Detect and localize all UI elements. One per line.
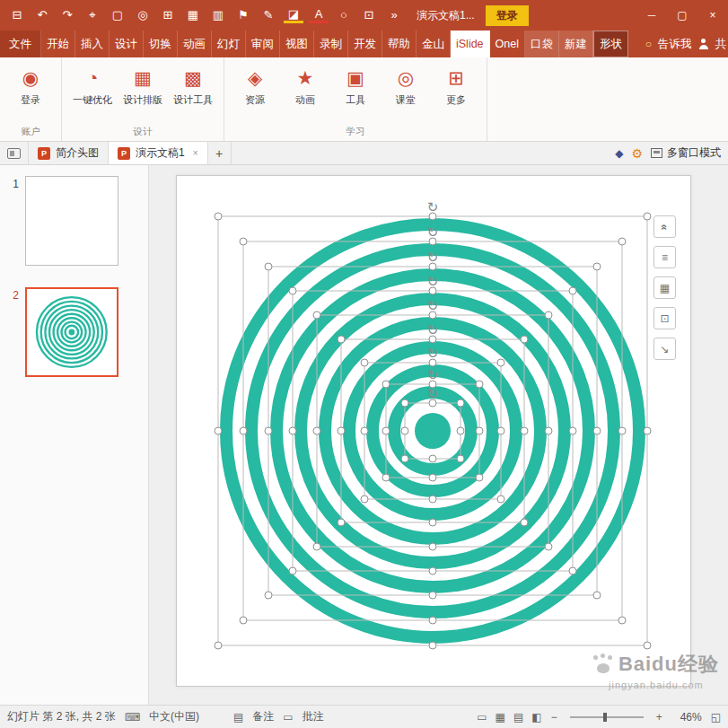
document-tab-1[interactable]: P简介头图 (29, 142, 109, 164)
design-layout-button[interactable]: ▦设计排版 (118, 62, 168, 107)
slide-sorter-icon[interactable]: ▦ (183, 7, 203, 23)
slide-surface[interactable]: ↻↻↻↻↻↻↻↻↻ (176, 175, 691, 687)
smart-align-icon: ≡ (662, 251, 668, 264)
zoom-level[interactable]: 46% (671, 711, 702, 724)
tools-button[interactable]: ▣工具 (330, 62, 381, 107)
new-slide-icon[interactable]: ▢ (108, 7, 127, 23)
zoom-in-button[interactable]: + (656, 711, 662, 724)
touch-pointer-icon[interactable]: ⌖ (83, 7, 102, 23)
chart-icon[interactable]: ▥ (208, 7, 228, 23)
ribbon-group-items: ◈资源★动画▣工具◎课堂⊞更多 (230, 62, 481, 124)
menu-tab-islide[interactable]: iSlide (451, 31, 490, 57)
ribbon-tabs: 文件开始插入设计切换动画幻灯审阅视图录制开发帮助金山iSlideOnel口袋新建… (0, 31, 628, 57)
login-button[interactable]: ◉登录 (5, 62, 56, 107)
design-tools-icon: ▩ (184, 66, 202, 90)
svg-text:↻: ↻ (427, 274, 439, 290)
ribbon-groups: ◉登录账户◔一键优化▦设计排版▩设计工具设计◈资源★动画▣工具◎课堂⊞更多学习 (0, 57, 487, 141)
menu-tab-review[interactable]: 审阅 (246, 31, 280, 57)
editing-canvas[interactable]: ↻↻↻↻↻↻↻↻↻ «≡▦⊡↘ Baidu经验 jingyan.baidu.co… (149, 165, 728, 705)
slide-thumbnail-1[interactable] (25, 176, 118, 266)
maximize-button[interactable]: ▢ (667, 0, 697, 31)
redo-icon[interactable]: ↷ (57, 7, 77, 23)
slideshow-button[interactable]: ◧ (531, 711, 541, 724)
circle-shape-icon[interactable]: ○ (334, 7, 354, 23)
more-button[interactable]: ⊞更多 (431, 62, 481, 107)
reading-view-button[interactable]: ▤ (513, 711, 523, 724)
fit-to-window-button[interactable]: ◱ (711, 711, 721, 724)
multi-window-mode-button[interactable]: 多窗口模式 (651, 145, 721, 161)
menu-tab-transitions[interactable]: 切换 (144, 31, 178, 57)
menu-tab-home[interactable]: 开始 (41, 31, 75, 57)
collapse-panel-button[interactable]: « (653, 215, 676, 238)
more-commands-icon[interactable]: » (384, 7, 404, 23)
menu-tab-developer[interactable]: 开发 (348, 31, 382, 57)
undo-icon[interactable]: ↶ (32, 7, 52, 23)
close-tab-icon[interactable]: × (193, 148, 198, 158)
zoom-slider-thumb[interactable] (603, 713, 607, 722)
animation-button[interactable]: ★动画 (280, 62, 330, 107)
close-button[interactable]: × (697, 0, 728, 31)
ribbon-group: ◔一键优化▦设计排版▩设计工具设计 (62, 57, 224, 141)
menu-tab-help[interactable]: 帮助 (382, 31, 417, 57)
zoom-slider[interactable] (570, 716, 644, 718)
design-tools-button[interactable]: ▩设计工具 (168, 62, 218, 107)
workspace-switcher[interactable] (0, 142, 29, 164)
ribbon-group-label: 设计 (67, 124, 218, 139)
menu-tab-jinshan[interactable]: 金山 (417, 31, 451, 57)
menu-tab-onenote[interactable]: Onel (490, 31, 525, 57)
insert-frame-icon[interactable]: ⊡ (359, 7, 379, 23)
ribbon-button-label: 登录 (21, 93, 40, 107)
ribbon-group-items: ◉登录 (5, 62, 56, 124)
print-preview-icon[interactable]: ◎ (133, 7, 153, 23)
animation-icon: ★ (297, 66, 314, 90)
resize-button[interactable]: ↘ (653, 338, 676, 360)
resources-button[interactable]: ◈资源 (230, 62, 280, 107)
language-status[interactable]: 中文(中国) (149, 709, 199, 724)
minimize-button[interactable]: ─ (636, 0, 667, 31)
menu-tab-view[interactable]: 视图 (280, 31, 314, 57)
ribbon-group: ◈资源★动画▣工具◎课堂⊞更多学习 (224, 57, 487, 141)
comments-button[interactable]: 批注 (303, 709, 324, 724)
zoom-out-button[interactable]: − (551, 711, 557, 724)
normal-view-button[interactable]: ▭ (477, 711, 487, 724)
menu-tab-new[interactable]: 新建 (559, 31, 593, 57)
layout-grid-button[interactable]: ▦ (653, 276, 676, 299)
document-tab-2[interactable]: P演示文稿1× (109, 142, 208, 164)
slide-count-status: 幻灯片 第 2 张, 共 2 张 (7, 709, 116, 724)
login-button[interactable]: 登录 (486, 5, 529, 26)
smart-align-button[interactable]: ≡ (653, 246, 676, 268)
menu-tab-shape[interactable]: 形状 (593, 31, 628, 57)
plugin-icon[interactable]: ◆ (615, 147, 623, 160)
highlight-color-icon[interactable]: ◪ (284, 8, 303, 23)
one-key-optimize-button[interactable]: ◔一键优化 (67, 62, 118, 107)
menu-tab-record[interactable]: 录制 (314, 31, 348, 57)
share-button[interactable]: 共 (715, 37, 727, 52)
quick-access-toolbar: ⊟↶↷⌖▢◎⊞▦▥⚑✎◪A○⊡» (7, 7, 404, 23)
slide-thumbnail-2[interactable] (25, 287, 118, 377)
concentric-rings-shapes[interactable]: ↻↻↻↻↻↻↻↻↻ (177, 176, 690, 686)
flag-icon[interactable]: ⚑ (233, 7, 253, 23)
menu-tab-design[interactable]: 设计 (110, 31, 144, 57)
menu-tab-file[interactable]: 文件 (0, 31, 41, 57)
duplicate-button[interactable]: ⊡ (653, 307, 676, 329)
slide-sorter-view-button[interactable]: ▦ (496, 711, 505, 724)
menu-tab-koudai[interactable]: 口袋 (525, 31, 559, 57)
save-icon[interactable]: ⊟ (7, 7, 27, 23)
classroom-button[interactable]: ◎课堂 (381, 62, 431, 107)
slide-list: 12 (0, 176, 148, 377)
window-layout-icon[interactable]: ⊞ (158, 7, 178, 23)
language-keyboard-icon: ⌨ (125, 711, 140, 724)
share-person-icon (698, 39, 709, 49)
svg-text:↻: ↻ (427, 346, 439, 362)
menu-tab-slideshow[interactable]: 幻灯 (212, 31, 246, 57)
login-icon: ◉ (22, 66, 39, 90)
settings-gear-icon[interactable]: ⚙ (631, 146, 643, 161)
new-tab-button[interactable]: + (208, 142, 232, 164)
menu-tab-animations[interactable]: 动画 (178, 31, 212, 57)
pen-icon[interactable]: ✎ (259, 7, 278, 23)
tell-me-button[interactable]: 告诉我 (658, 37, 692, 52)
notes-button[interactable]: 备注 (252, 709, 274, 724)
font-color-icon[interactable]: A (309, 8, 329, 23)
document-tab-bar: P简介头图P演示文稿1× + ◆ ⚙ 多窗口模式 (0, 142, 728, 165)
menu-tab-insert[interactable]: 插入 (75, 31, 110, 57)
